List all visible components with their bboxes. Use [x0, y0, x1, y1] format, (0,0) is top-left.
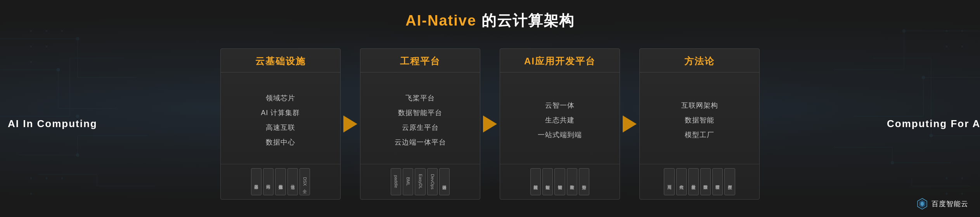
infra-item-1: 领域芯片	[266, 93, 295, 103]
infra-tag-4: 云通信	[287, 168, 298, 195]
eng-item-2: 数据智能平台	[398, 108, 442, 117]
ai-tag-4: 智能政务	[567, 168, 577, 195]
card-engineering: 工程平台 飞桨平台 数据智能平台 云原生平台 云边端一体平台 paddle BM…	[360, 48, 480, 200]
eng-tag-5: 边缘计算	[439, 168, 450, 195]
method-tag-6: 模型生产	[724, 168, 735, 195]
cards-row: 云基础设施 领域芯片 AI 计算集群 高速互联 数据中心 云服务器 云网络 云存…	[101, 48, 879, 200]
method-tag-3: 敏捷开发	[688, 168, 699, 195]
ai-item-1: 云智一体	[545, 101, 575, 110]
card-methodology-title: 方法论	[684, 56, 715, 66]
ai-tag-5: 智慧办公	[579, 168, 589, 195]
card-methodology: 方法论 互联网架构 数据智能 模型工厂 高可用 分布式 敏捷开发 数据治理 模型…	[639, 48, 760, 200]
method-item-1: 互联网架构	[681, 101, 718, 110]
arrow-shape-2	[483, 115, 497, 133]
method-tag-2: 分布式	[676, 168, 687, 195]
infra-item-3: 高速互联	[266, 123, 295, 132]
arrow-shape-3	[623, 115, 637, 133]
infra-tag-1: 云服务器	[251, 168, 261, 195]
eng-item-4: 云边端一体平台	[395, 138, 446, 147]
method-tag-4: 数据治理	[700, 168, 711, 195]
card-ai-dev-body: 云智一体 生态共建 一站式端到端	[500, 72, 620, 164]
infra-item-2: AI 计算集群	[261, 108, 300, 117]
card-ai-dev: AI应用开发平台 云智一体 生态共建 一站式端到端 智能视频 智能制造 智能营销…	[500, 48, 620, 200]
card-infrastructure-title: 云基础设施	[255, 56, 306, 66]
method-item-2: 数据智能	[685, 115, 714, 125]
method-tag-1: 高可用	[664, 168, 674, 195]
infra-item-4: 数据中心	[266, 138, 295, 147]
eng-tag-2: BML	[403, 168, 413, 195]
card-infrastructure-body: 领域芯片 AI 计算集群 高速互联 数据中心	[221, 72, 340, 164]
eng-item-3: 云原生平台	[402, 123, 439, 132]
card-engineering-footer: paddle BML EasyDL DevOps 边缘计算	[360, 164, 480, 199]
eng-item-1: 飞桨平台	[405, 93, 435, 103]
card-ai-dev-footer: 智能视频 智能制造 智能营销 智能政务 智慧办公	[500, 164, 620, 199]
arrow-2	[480, 114, 500, 134]
card-methodology-body: 互联网架构 数据智能 模型工厂	[640, 72, 759, 164]
title-highlight: AI-Native	[405, 12, 476, 29]
ai-tag-2: 智能制造	[542, 168, 553, 195]
ai-tag-1: 智能视频	[530, 168, 541, 195]
method-tag-5: 模型管理	[712, 168, 723, 195]
card-ai-dev-header: AI应用开发平台	[500, 49, 620, 72]
page-title: AI-Native 的云计算架构	[405, 11, 574, 31]
arrow-3	[620, 114, 639, 134]
eng-tag-3: EasyDL	[415, 168, 425, 195]
card-engineering-header: 工程平台	[360, 49, 480, 72]
arrow-shape-1	[343, 115, 357, 133]
card-methodology-header: 方法论	[640, 49, 759, 72]
main-container: AI-Native 的云计算架构 AI In Computing 云基础设施 领…	[0, 0, 980, 217]
method-item-3: 模型工厂	[685, 130, 714, 140]
ai-item-3: 一站式端到端	[538, 130, 582, 140]
card-infrastructure-header: 云基础设施	[221, 49, 340, 72]
card-ai-dev-title: AI应用开发平台	[524, 56, 596, 66]
card-methodology-footer: 高可用 分布式 敏捷开发 数据治理 模型管理 模型生产	[640, 164, 759, 199]
right-label: Computing For AI	[887, 118, 972, 130]
arrow-1	[341, 114, 360, 134]
eng-tag-1: paddle	[391, 168, 401, 195]
card-infrastructure-footer: 云服务器 云网络 云存储数据库 云通信 DSX全	[221, 164, 340, 199]
title-suffix: 的云计算架构	[476, 12, 575, 29]
left-label: AI In Computing	[8, 118, 93, 130]
content-area: AI In Computing 云基础设施 领域芯片 AI 计算集群 高速互联 …	[0, 31, 980, 217]
infra-tag-3: 云存储数据库	[275, 168, 286, 195]
card-engineering-title: 工程平台	[400, 56, 440, 66]
card-engineering-body: 飞桨平台 数据智能平台 云原生平台 云边端一体平台	[360, 72, 480, 164]
ai-item-2: 生态共建	[545, 115, 575, 125]
eng-tag-4: DevOps	[427, 168, 438, 195]
infra-tag-2: 云网络	[263, 168, 274, 195]
infra-tag-5: DSX全	[300, 168, 310, 195]
card-infrastructure: 云基础设施 领域芯片 AI 计算集群 高速互联 数据中心 云服务器 云网络 云存…	[220, 48, 341, 200]
ai-tag-3: 智能营销	[554, 168, 565, 195]
